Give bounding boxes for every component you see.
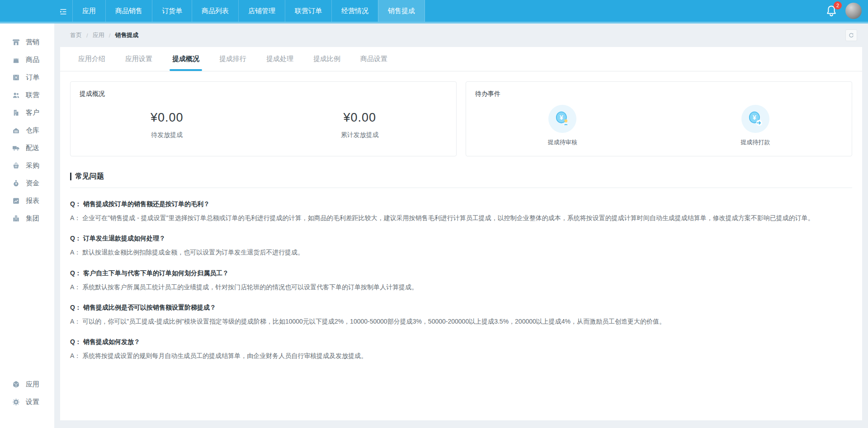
breadcrumb: 首页 / 应用 / 销售提成 <box>60 24 862 47</box>
answer-prefix: A： <box>70 283 80 291</box>
answer-prefix: A： <box>70 352 80 359</box>
breadcrumb-separator: / <box>109 32 111 39</box>
sidebar-item-label: 应用 <box>26 380 39 389</box>
sidebar-item-label: 仓库 <box>26 126 39 135</box>
answer-text: 系统默认按客户所属员工统计员工的业绩提成，针对按门店轮班的的情况也可以设置代客下… <box>82 283 418 291</box>
faq-item: Q：销售提成按订单的销售额还是按订单的毛利？ A：企业可在"销售提成 - 提成设… <box>70 200 852 222</box>
sidebar-item-settings[interactable]: 设置 <box>0 393 54 411</box>
sidebar-item-delivery[interactable]: 配送 <box>0 139 54 157</box>
top-nav-item-apps[interactable]: 应用 <box>72 0 105 22</box>
todo-commission-payout[interactable]: 提成待打款 <box>659 91 852 146</box>
tab-bar: 应用介绍 应用设置 提成概况 提成排行 提成处理 提成比例 商品设置 <box>60 47 862 71</box>
top-nav-item-product-list[interactable]: 商品列表 <box>192 0 238 22</box>
stat-value: ¥0.00 <box>71 111 264 125</box>
top-nav-item-joint-orders[interactable]: 联营订单 <box>285 0 331 22</box>
sidebar-item-orders[interactable]: 订单 <box>0 69 54 86</box>
stat-label: 待发放提成 <box>71 131 264 139</box>
breadcrumb-home[interactable]: 首页 <box>70 31 82 39</box>
tab-commission-ratio[interactable]: 提成比例 <box>313 47 340 71</box>
question-prefix: Q： <box>70 338 81 345</box>
sidebar: 营销 商品 订单 联营 客户 仓库 配送 采购 <box>0 24 54 428</box>
question-prefix: Q： <box>70 235 81 242</box>
sidebar-item-label: 营销 <box>26 38 39 47</box>
partners-icon <box>12 91 20 99</box>
sidebar-item-label: 订单 <box>26 73 39 82</box>
tab-product-settings[interactable]: 商品设置 <box>360 47 387 71</box>
sidebar-item-reports[interactable]: 报表 <box>0 192 54 210</box>
tab-commission-ranking[interactable]: 提成排行 <box>219 47 246 71</box>
question-prefix: Q： <box>70 269 81 277</box>
sidebar-item-label: 资金 <box>26 179 39 188</box>
answer-text: 系统将按提成设置的规则每月自动生成员工的提成结算单，由企业财务人员自行审核提成及… <box>82 352 367 359</box>
question-prefix: Q： <box>70 304 81 311</box>
commission-audit-icon <box>548 105 576 133</box>
group-building-icon <box>12 214 20 223</box>
todo-label: 提成待打款 <box>659 138 852 146</box>
notification-bell-icon[interactable]: 2 <box>825 4 838 18</box>
order-ticket-icon <box>12 73 20 82</box>
faq-section: 常见问题 Q：销售提成按订单的销售额还是按订单的毛利？ A：企业可在"销售提成 … <box>60 172 862 360</box>
summary-cards-row: 提成概况 ¥0.00 待发放提成 ¥0.00 累计发放提成 待办事件 <box>60 71 862 156</box>
sidebar-item-label: 设置 <box>26 398 39 406</box>
tab-commission-processing[interactable]: 提成处理 <box>266 47 293 71</box>
stat-total-paid-commission: ¥0.00 累计发放提成 <box>264 99 457 139</box>
stat-value: ¥0.00 <box>264 111 457 125</box>
top-nav-item-store-management[interactable]: 店铺管理 <box>238 0 285 22</box>
collapse-sidebar-icon[interactable] <box>54 0 72 24</box>
faq-item: Q：客户自主下单与代客下单的订单如何划分归属员工？ A：系统默认按客户所属员工统… <box>70 269 852 292</box>
sidebar-item-label: 配送 <box>26 144 39 152</box>
sidebar-item-label: 商品 <box>26 56 39 64</box>
answer-text: 默认按退款金额比例扣除提成金额，也可以设置为订单发生退货后不进行提成。 <box>82 249 304 256</box>
apps-cube-icon <box>12 380 20 389</box>
sidebar-item-label: 采购 <box>26 161 39 170</box>
header-actions: 2 <box>825 0 868 22</box>
tab-app-settings[interactable]: 应用设置 <box>125 47 152 71</box>
sidebar-item-group[interactable]: 集团 <box>0 210 54 227</box>
customer-building-icon <box>12 108 20 117</box>
sidebar-item-apps[interactable]: 应用 <box>0 376 54 393</box>
question-text: 销售提成比例是否可以按销售额设置阶梯提成？ <box>83 304 216 311</box>
top-nav-item-product-sales[interactable]: 商品销售 <box>105 0 152 22</box>
sidebar-item-marketing[interactable]: 营销 <box>0 33 54 51</box>
faq-title: 常见问题 <box>75 172 104 181</box>
top-nav-item-sales-commission[interactable]: 销售提成 <box>378 0 425 22</box>
card-title: 提成概况 <box>80 90 105 98</box>
commission-overview-card: 提成概况 ¥0.00 待发放提成 ¥0.00 累计发放提成 <box>70 81 457 156</box>
settings-gear-icon <box>12 398 20 406</box>
top-nav-item-business-status[interactable]: 经营情况 <box>331 0 378 22</box>
card-title: 待办事件 <box>475 90 500 98</box>
header-logo-area <box>0 0 54 24</box>
faq-title-bar <box>70 173 71 180</box>
sidebar-item-warehouse[interactable]: 仓库 <box>0 122 54 139</box>
sidebar-item-label: 客户 <box>26 108 39 117</box>
question-text: 销售提成按订单的销售额还是按订单的毛利？ <box>83 200 210 207</box>
top-nav: 应用 商品销售 订货单 商品列表 店铺管理 联营订单 经营情况 销售提成 <box>72 0 425 22</box>
breadcrumb-apps[interactable]: 应用 <box>93 31 104 39</box>
user-avatar[interactable] <box>845 3 862 19</box>
warehouse-icon <box>12 126 20 135</box>
sidebar-item-funds[interactable]: 资金 <box>0 174 54 192</box>
sidebar-bottom-list: 应用 设置 <box>0 376 54 428</box>
sidebar-item-partnership[interactable]: 联营 <box>0 86 54 104</box>
tab-commission-overview[interactable]: 提成概况 <box>172 47 199 71</box>
breadcrumb-current: 销售提成 <box>115 31 138 39</box>
todo-commission-audit[interactable]: 提成待审核 <box>466 91 659 146</box>
faq-divider <box>70 188 852 188</box>
todo-events-card: 待办事件 提成待审核 提成待打款 <box>466 81 852 156</box>
page-content: 首页 / 应用 / 销售提成 应用介绍 应用设置 提成概况 提成排行 提成处理 … <box>60 24 862 420</box>
storefront-icon <box>12 38 20 47</box>
sidebar-item-products[interactable]: 商品 <box>0 51 54 69</box>
answer-text: 企业可在"销售提成 - 提成设置"里选择按订单总额或订单的毛利进行提成的计算，如… <box>82 214 814 221</box>
top-nav-item-purchase-orders[interactable]: 订货单 <box>152 0 192 22</box>
refresh-button[interactable] <box>845 29 857 41</box>
shopping-bag-icon <box>12 56 20 64</box>
todo-label: 提成待审核 <box>466 138 659 146</box>
faq-item: Q：订单发生退款提成如何处理？ A：默认按退款金额比例扣除提成金额，也可以设置为… <box>70 235 852 257</box>
stat-label: 累计发放提成 <box>264 131 457 139</box>
answer-prefix: A： <box>70 249 80 256</box>
question-text: 订单发生退款提成如何处理？ <box>83 235 165 242</box>
money-bag-icon <box>12 179 20 188</box>
sidebar-item-purchasing[interactable]: 采购 <box>0 157 54 174</box>
tab-app-intro[interactable]: 应用介绍 <box>78 47 105 71</box>
sidebar-item-customers[interactable]: 客户 <box>0 104 54 122</box>
